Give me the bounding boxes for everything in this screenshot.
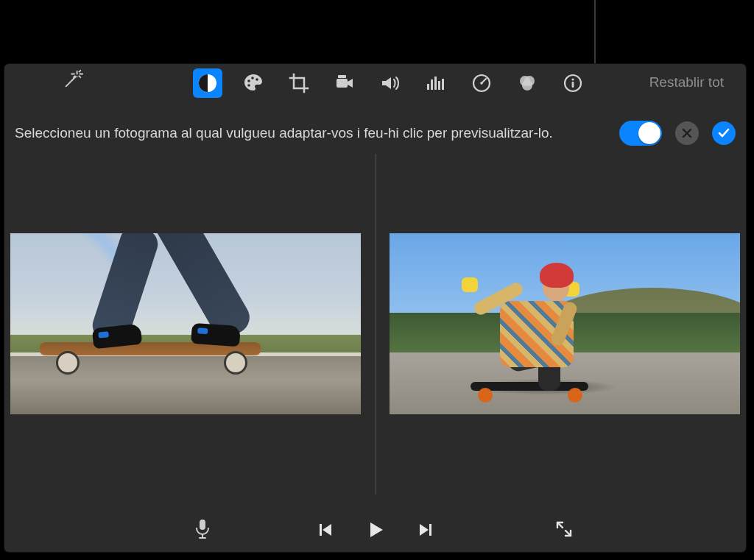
cancel-button[interactable] xyxy=(675,121,699,145)
svg-rect-22 xyxy=(429,524,431,536)
reset-all-button[interactable]: Restablir tot xyxy=(649,74,724,91)
match-color-toggle[interactable] xyxy=(619,121,662,146)
magic-wand-icon xyxy=(62,68,84,91)
stabilize-button[interactable] xyxy=(330,68,359,98)
color-balance-icon xyxy=(197,72,219,94)
play-button[interactable] xyxy=(363,517,388,542)
crop-icon xyxy=(289,73,309,93)
target-frame-preview[interactable] xyxy=(390,233,740,414)
fullscreen-button[interactable] xyxy=(552,517,577,542)
svg-rect-19 xyxy=(572,82,574,88)
svg-rect-7 xyxy=(427,84,429,90)
transport-bar xyxy=(4,508,746,552)
svg-rect-9 xyxy=(434,77,437,90)
microphone-icon xyxy=(193,518,212,540)
adjustments-toolbar: Restablir tot xyxy=(4,64,746,107)
check-icon xyxy=(716,126,731,141)
info-icon xyxy=(562,72,584,94)
preview-area xyxy=(4,154,746,495)
svg-rect-11 xyxy=(442,79,444,90)
svg-rect-8 xyxy=(431,79,433,90)
speaker-icon xyxy=(379,72,401,94)
callout-line xyxy=(594,0,596,72)
volume-button[interactable] xyxy=(376,68,405,98)
voiceover-button[interactable] xyxy=(190,517,215,542)
crop-button[interactable] xyxy=(284,68,314,98)
svg-point-18 xyxy=(571,78,574,80)
source-frame-preview[interactable] xyxy=(10,233,361,414)
svg-point-16 xyxy=(522,80,532,91)
svg-point-3 xyxy=(256,78,258,81)
speedometer-icon xyxy=(471,72,493,94)
info-button[interactable] xyxy=(558,68,588,98)
palette-icon xyxy=(242,72,264,94)
viewer-panel: Restablir tot Seleccioneu un fotograma a… xyxy=(4,64,746,552)
svg-point-2 xyxy=(251,77,254,79)
overlapping-circles-icon xyxy=(516,72,538,94)
svg-rect-10 xyxy=(438,81,440,90)
video-camera-icon xyxy=(334,72,356,94)
color-balance-button[interactable] xyxy=(193,68,222,98)
svg-point-4 xyxy=(247,84,250,87)
magic-wand-button[interactable] xyxy=(62,68,84,91)
fullscreen-icon xyxy=(554,520,574,539)
svg-point-13 xyxy=(480,82,483,85)
play-icon xyxy=(365,520,386,540)
svg-rect-21 xyxy=(320,524,322,536)
equalizer-icon xyxy=(425,72,447,94)
svg-rect-5 xyxy=(337,79,348,88)
skip-previous-icon xyxy=(317,521,334,539)
equalizer-button[interactable] xyxy=(421,68,451,98)
skip-next-icon xyxy=(417,521,434,539)
preview-divider xyxy=(376,154,376,495)
svg-rect-6 xyxy=(338,75,346,78)
filters-button[interactable] xyxy=(512,68,542,98)
color-balance-controls xyxy=(619,117,736,149)
svg-rect-20 xyxy=(200,520,205,530)
speed-button[interactable] xyxy=(467,68,496,98)
toggle-knob xyxy=(638,122,660,144)
apply-button[interactable] xyxy=(712,121,736,145)
color-correction-button[interactable] xyxy=(239,68,268,98)
previous-frame-button[interactable] xyxy=(313,517,338,542)
next-frame-button[interactable] xyxy=(413,517,438,542)
close-icon xyxy=(680,127,694,140)
instruction-text: Seleccioneu un fotograma al qual vulgueu… xyxy=(15,125,553,141)
svg-point-1 xyxy=(247,79,250,82)
